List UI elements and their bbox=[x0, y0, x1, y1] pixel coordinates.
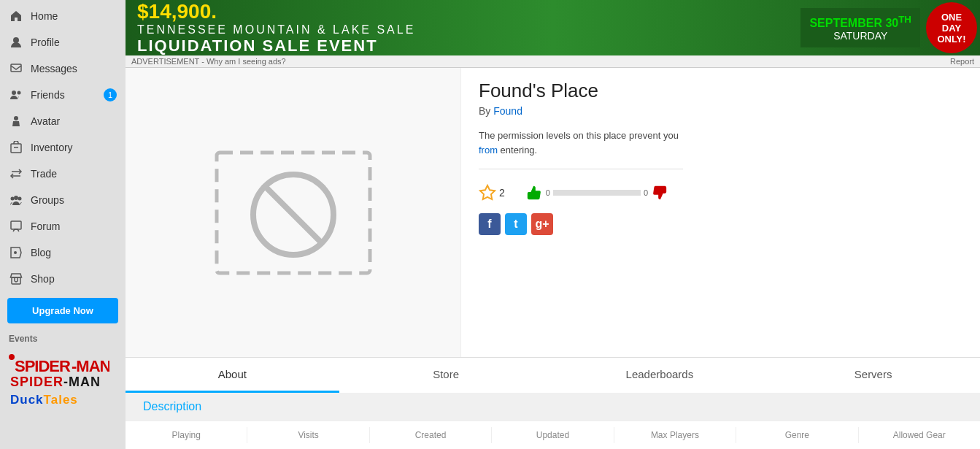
favorite-button[interactable]: 2 bbox=[479, 184, 505, 202]
trade-icon bbox=[9, 166, 23, 181]
social-buttons: f t g+ bbox=[479, 213, 962, 235]
sidebar-item-blog[interactable]: Blog bbox=[0, 239, 126, 266]
groups-icon bbox=[9, 193, 23, 207]
ad-label-text: ADVERTISEMENT - Why am I seeing ads? bbox=[131, 57, 286, 66]
dashed-frame-icon bbox=[213, 149, 374, 277]
from-link: from bbox=[479, 145, 498, 156]
sidebar-item-trade[interactable]: Trade bbox=[0, 161, 126, 187]
vote-bar bbox=[553, 190, 641, 196]
stat-updated: Updated bbox=[492, 427, 614, 443]
ad-day: SATURDAY bbox=[809, 30, 911, 42]
svg-point-4 bbox=[14, 116, 18, 120]
ad-date: SEPTEMBER 30TH bbox=[809, 14, 911, 30]
sidebar-item-shop[interactable]: Shop bbox=[0, 266, 126, 292]
blog-icon bbox=[9, 245, 23, 260]
svg-point-12 bbox=[14, 251, 17, 254]
svg-text:SPIDER: SPIDER bbox=[15, 357, 71, 375]
place-top: Found's Place By Found The permission le… bbox=[126, 68, 980, 357]
description-section: Description bbox=[126, 393, 980, 421]
sidebar: Home Profile Messages Frie bbox=[0, 0, 126, 449]
svg-point-0 bbox=[13, 37, 19, 43]
star-icon bbox=[479, 184, 496, 202]
home-icon bbox=[9, 9, 23, 23]
stats-bar: Playing Visits Created Updated Max Playe… bbox=[126, 421, 980, 449]
svg-line-22 bbox=[265, 186, 322, 243]
tab-store[interactable]: Store bbox=[339, 358, 553, 393]
thumbs-up-button[interactable] bbox=[522, 181, 546, 204]
svg-point-9 bbox=[14, 196, 18, 200]
stat-max-players: Max Players bbox=[614, 427, 736, 443]
stat-created: Created bbox=[370, 427, 492, 443]
stat-allowed-gear: Allowed Gear bbox=[859, 427, 980, 443]
facebook-share-button[interactable]: f bbox=[479, 213, 501, 235]
svg-point-2 bbox=[12, 91, 16, 95]
sidebar-item-messages[interactable]: Messages bbox=[0, 55, 126, 82]
tabs-bar: About Store Leaderboards Servers bbox=[126, 357, 980, 393]
thumbs-down-button[interactable] bbox=[648, 181, 671, 204]
ad-content: $14,900. TENNESSEE MOUNTAIN & LAKE SALE … bbox=[126, 0, 800, 55]
place-title: Found's Place bbox=[479, 80, 962, 102]
ad-banner: $14,900. TENNESSEE MOUNTAIN & LAKE SALE … bbox=[126, 0, 980, 55]
svg-rect-10 bbox=[11, 221, 21, 229]
profile-icon bbox=[9, 35, 23, 50]
forum-icon bbox=[9, 219, 23, 234]
place-author-link[interactable]: Found bbox=[493, 105, 522, 117]
stat-playing: Playing bbox=[126, 427, 247, 443]
googleplus-share-button[interactable]: g+ bbox=[531, 213, 553, 235]
event-ducktales[interactable]: DuckTales bbox=[0, 390, 126, 410]
vote-section: 0 0 bbox=[522, 181, 671, 204]
thumbs-up-count: 0 bbox=[546, 188, 550, 197]
place-actions: 2 0 0 bbox=[479, 181, 962, 204]
friends-icon bbox=[9, 88, 23, 102]
ad-one-day: ONE DAY ONLY! bbox=[926, 2, 977, 53]
no-image-placeholder bbox=[206, 139, 381, 285]
thumbs-down-icon bbox=[652, 185, 668, 201]
sidebar-item-groups[interactable]: Groups bbox=[0, 187, 126, 213]
ad-side-text: SEPTEMBER 30TH SATURDAY bbox=[800, 8, 920, 47]
tab-servers[interactable]: Servers bbox=[766, 358, 980, 393]
ad-report-link[interactable]: Report bbox=[950, 57, 974, 66]
stat-visits: Visits bbox=[247, 427, 369, 443]
event-spiderman[interactable]: SPIDER -MAN SPIDER-MAN bbox=[0, 348, 126, 393]
ad-subtitle: TENNESSEE MOUNTAIN & LAKE SALE bbox=[137, 23, 789, 37]
svg-marker-23 bbox=[480, 185, 495, 199]
main-content: $14,900. TENNESSEE MOUNTAIN & LAKE SALE … bbox=[126, 0, 980, 449]
place-content: Found's Place By Found The permission le… bbox=[126, 68, 980, 449]
sidebar-item-inventory[interactable]: Inventory bbox=[0, 134, 126, 161]
friends-badge: 1 bbox=[104, 88, 117, 101]
inventory-icon bbox=[9, 140, 23, 155]
ad-price: $14,900. bbox=[137, 0, 789, 23]
messages-icon bbox=[9, 61, 23, 76]
svg-rect-5 bbox=[11, 144, 21, 153]
sidebar-item-profile[interactable]: Profile bbox=[0, 29, 126, 55]
svg-rect-13 bbox=[12, 277, 20, 284]
svg-point-3 bbox=[18, 91, 21, 95]
events-label: Events bbox=[0, 329, 126, 348]
svg-rect-1 bbox=[11, 64, 21, 72]
sidebar-item-home[interactable]: Home bbox=[0, 3, 126, 29]
star-count: 2 bbox=[499, 187, 505, 199]
sidebar-item-avatar[interactable]: Avatar bbox=[0, 108, 126, 134]
shop-icon bbox=[9, 272, 23, 286]
thumbs-up-icon bbox=[526, 185, 542, 201]
twitter-share-button[interactable]: t bbox=[505, 213, 527, 235]
description-heading: Description bbox=[143, 400, 201, 412]
svg-text:-MAN: -MAN bbox=[72, 357, 109, 375]
tab-about[interactable]: About bbox=[126, 358, 339, 393]
svg-point-8 bbox=[18, 197, 22, 201]
place-image-area bbox=[126, 68, 461, 357]
svg-point-7 bbox=[11, 197, 15, 201]
tab-leaderboards[interactable]: Leaderboards bbox=[553, 358, 767, 393]
ad-event-name: LIQUIDATION SALE EVENT bbox=[137, 37, 789, 55]
place-author-line: By Found bbox=[479, 105, 962, 117]
ad-label-bar: ADVERTISEMENT - Why am I seeing ads? Rep… bbox=[126, 55, 980, 68]
stat-genre: Genre bbox=[736, 427, 858, 443]
sidebar-item-forum[interactable]: Forum bbox=[0, 213, 126, 239]
upgrade-button[interactable]: Upgrade Now bbox=[7, 298, 118, 323]
sidebar-item-friends[interactable]: Friends 1 bbox=[0, 82, 126, 108]
place-permission-text: The permission levels on this place prev… bbox=[479, 128, 683, 169]
avatar-icon bbox=[9, 114, 23, 128]
place-info: Found's Place By Found The permission le… bbox=[461, 68, 980, 357]
